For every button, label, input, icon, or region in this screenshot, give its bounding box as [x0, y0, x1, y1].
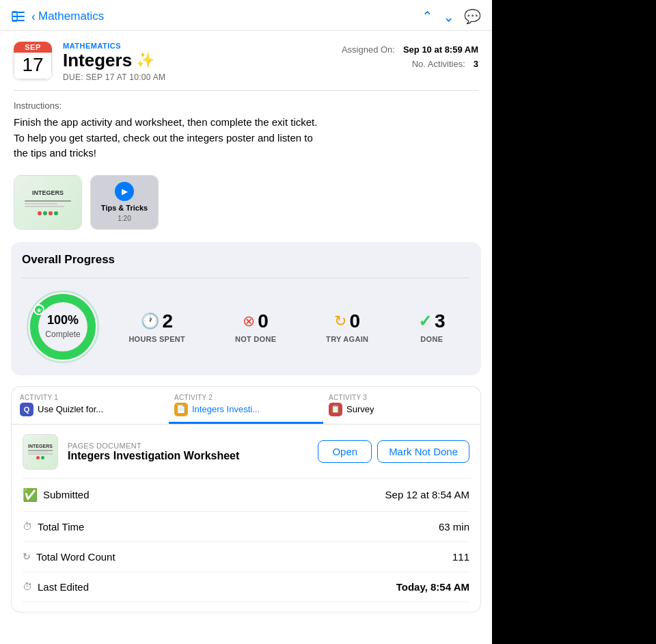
stat-try-again-value: 0 [349, 310, 360, 332]
donut-complete-label: Complete [45, 330, 80, 339]
submitted-check-icon: ✅ [23, 487, 38, 502]
donut-center: 100% Complete [45, 313, 80, 340]
doc-info: PAGES DOCUMENT Integers Investigation Wo… [68, 442, 308, 462]
doc-title: Integers Investigation Worksheet [68, 450, 308, 462]
submitted-label: Submitted [43, 489, 90, 500]
back-arrow-icon: ‹ [31, 10, 36, 24]
stat-try-again: ↻ 0 TRY AGAIN [326, 310, 368, 343]
calendar-day: 17 [14, 53, 52, 79]
word-count-label: Total Word Count [36, 551, 115, 563]
doc-row: INTEGERS PAGES DOCUMENT Integers Investi… [23, 434, 469, 470]
total-time-left: ⏱ Total Time [23, 521, 84, 533]
back-button[interactable]: ‹ Mathematics [31, 10, 104, 24]
donut-chart: ★ 100% Complete [22, 289, 104, 364]
comment-button[interactable]: 💬 [464, 8, 481, 25]
tips-tricks-attachment[interactable]: ▶ Tips & Tricks 1:20 [90, 175, 159, 230]
tab-3-num: ACTIVITY 3 [329, 394, 472, 401]
submitted-left: ✅ Submitted [23, 487, 90, 502]
stat-hours: 🕐 2 HOURS SPENT [128, 310, 185, 343]
tab-activity-1[interactable]: ACTIVITY 1 Q Use Quizlet for... [14, 387, 169, 424]
sparkle-icon: ✨ [136, 51, 154, 69]
video-thumbnail: ▶ Tips & Tricks 1:20 [91, 176, 158, 229]
activities-tabs: ACTIVITY 1 Q Use Quizlet for... ACTIVITY… [12, 387, 480, 425]
stat-not-done-top: ⊗ 0 [243, 310, 269, 332]
assignment-info: MATHEMATICS Integers ✨ DUE: SEP 17 AT 10… [63, 42, 331, 82]
tab-3-name: Survey [346, 404, 374, 414]
poster-lines [25, 199, 72, 209]
assigned-on-value: Sep 10 at 8:59 AM [403, 44, 478, 55]
progress-section: Overall Progress ★ 100% Complete [11, 242, 481, 375]
tab-2-name: Integers Investi... [192, 404, 260, 414]
stat-done: ✓ 3 DONE [418, 310, 446, 343]
subject-label: MATHEMATICS [63, 42, 331, 50]
stat-hours-label: HOURS SPENT [128, 335, 185, 343]
progress-stats: ★ 100% Complete 🕐 2 HOURS SPENT [22, 289, 470, 364]
submitted-row: ✅ Submitted Sep 12 at 8:54 AM [23, 479, 469, 512]
progress-title: Overall Progress [22, 253, 470, 267]
stat-hours-top: 🕐 2 [141, 310, 173, 332]
no-activities-value: 3 [474, 59, 478, 69]
tab-1-content: Q Use Quizlet for... [20, 403, 163, 416]
assignment-title: Integers ✨ [63, 50, 331, 71]
calendar-month: SEP [14, 42, 52, 53]
down-button[interactable]: ⌃ [443, 8, 454, 25]
clock-icon: 🕐 [141, 312, 159, 330]
up-button[interactable]: ⌃ [422, 8, 433, 25]
nav-right: ⌃ ⌃ 💬 [422, 8, 481, 25]
svg-text:★: ★ [36, 307, 42, 314]
stats-grid: 🕐 2 HOURS SPENT ⊗ 0 NOT DONE ↻ 0 [104, 310, 470, 343]
main-panel: ‹ Mathematics ⌃ ⌃ 💬 SEP 17 MATHEMATICS I… [0, 0, 492, 644]
activities-section: ACTIVITY 1 Q Use Quizlet for... ACTIVITY… [11, 386, 481, 425]
assigned-on-row: Assigned On: Sep 10 at 8:59 AM [342, 44, 478, 55]
open-button[interactable]: Open [318, 440, 372, 463]
no-activities-row: No. Activities: 3 [412, 59, 478, 69]
done-icon: ✓ [418, 312, 432, 331]
stat-hours-value: 2 [162, 310, 173, 332]
poster-dots [38, 211, 58, 215]
attachments-row: INTEGERS ▶ Tips & Tricks 1:20 [0, 168, 492, 242]
last-edited-left: ⏱ Last Edited [23, 581, 89, 593]
last-edited-row: ⏱ Last Edited Today, 8:54 AM [23, 572, 469, 602]
instructions-section: Instructions: Finish the app activity an… [0, 91, 492, 168]
word-count-icon: ↻ [23, 551, 31, 562]
tab-1-name: Use Quizlet for... [38, 404, 103, 414]
integers-poster-attachment[interactable]: INTEGERS [14, 175, 82, 230]
progress-divider [22, 278, 470, 278]
nav-left: ‹ Mathematics [11, 9, 104, 24]
mark-not-done-button[interactable]: Mark Not Done [377, 440, 469, 463]
survey-icon: 📋 [329, 403, 342, 416]
pages-icon: 📄 [174, 403, 188, 416]
sidebar-toggle-button[interactable] [11, 9, 26, 24]
play-icon: ▶ [115, 182, 134, 201]
tab-activity-3[interactable]: ACTIVITY 3 📋 Survey [323, 387, 478, 424]
stat-try-again-label: TRY AGAIN [326, 335, 368, 343]
total-time-clock-icon: ⏱ [23, 521, 32, 532]
tab-2-num: ACTIVITY 2 [174, 394, 318, 401]
tab-activity-2[interactable]: ACTIVITY 2 📄 Integers Investi... [169, 387, 323, 424]
due-date: DUE: SEP 17 AT 10:00 AM [63, 72, 331, 82]
word-count-value: 111 [452, 551, 469, 563]
poster-title: INTEGERS [32, 189, 64, 196]
meta-info: Assigned On: Sep 10 at 8:59 AM No. Activ… [342, 42, 478, 69]
doc-actions: Open Mark Not Done [318, 440, 469, 463]
stat-try-again-top: ↻ 0 [334, 310, 360, 332]
back-label: Mathematics [38, 10, 104, 23]
donut-percent: 100% [45, 313, 80, 327]
try-again-icon: ↻ [334, 312, 346, 330]
video-duration: 1:20 [118, 215, 131, 222]
assigned-on-label: Assigned On: [342, 44, 395, 55]
instructions-text: Finish the app activity and worksheet, t… [14, 115, 478, 161]
activity-detail: INTEGERS PAGES DOCUMENT Integers Investi… [11, 425, 481, 613]
word-count-left: ↻ Total Word Count [23, 551, 115, 563]
tab-1-num: ACTIVITY 1 [20, 394, 163, 401]
last-edited-clock-icon: ⏱ [23, 581, 32, 592]
word-count-row: ↻ Total Word Count 111 [23, 542, 469, 572]
stat-done-label: DONE [420, 335, 443, 343]
total-time-row: ⏱ Total Time 63 min [23, 512, 469, 542]
tab-3-content: 📋 Survey [329, 403, 472, 416]
total-time-value: 63 min [439, 521, 469, 533]
tab-2-content: 📄 Integers Investi... [174, 403, 318, 416]
stat-done-value: 3 [435, 310, 446, 332]
quizlet-icon: Q [20, 403, 33, 416]
right-panel [492, 0, 656, 644]
